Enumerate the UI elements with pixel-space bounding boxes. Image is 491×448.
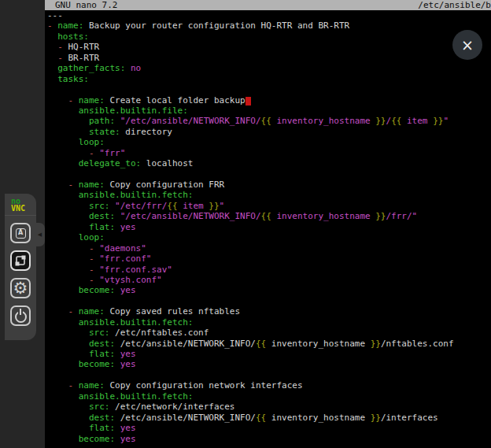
code-token: yes [120, 222, 136, 232]
code-token [115, 222, 120, 232]
code-line: --- [47, 10, 491, 20]
code-line [47, 296, 491, 306]
editor-content[interactable]: ---- name: Backup your router configurat… [45, 10, 491, 444]
keyboard-button[interactable]: A [10, 223, 31, 243]
code-token: Copy configuration network interfaces [105, 380, 303, 391]
code-token [47, 222, 89, 232]
code-token [47, 265, 89, 275]
code-token [115, 434, 120, 444]
code-token: dest: [89, 339, 115, 349]
code-token: "frr.conf" [99, 254, 151, 264]
code-token: BR-RTR [68, 53, 100, 63]
control-bar-handle[interactable]: ◀ [35, 223, 45, 246]
code-token [47, 402, 89, 412]
code-line: src: "/etc/frr/{{ item }}" [47, 201, 491, 211]
code-token [47, 275, 89, 285]
code-token [115, 423, 120, 433]
code-line: loop: [47, 232, 491, 243]
code-token: {{ [261, 116, 271, 126]
code-token: }} [375, 211, 386, 221]
code-token: "/etc/ansible/NETWORK_INFO/ [120, 116, 261, 126]
code-token: {{ [256, 339, 266, 349]
code-token: - [89, 265, 99, 275]
code-token: /etc/ansible/NETWORK_INFO/ [115, 413, 256, 423]
code-token [47, 63, 57, 73]
code-line: become: yes [47, 359, 491, 369]
code-line: - name: Backup your router configuration… [47, 20, 491, 31]
code-token: ansible.builtin.fetch: [79, 317, 194, 328]
code-line: src: /etc/network/interfaces [47, 402, 491, 412]
code-token: gather_facts: [57, 63, 125, 73]
code-token: - [47, 20, 57, 31]
code-token: "daemons" [99, 243, 146, 254]
code-token [115, 116, 120, 126]
settings-button[interactable]: ⚙ [10, 278, 31, 298]
novnc-logo: no VNC [5, 194, 36, 216]
code-token: - [68, 95, 79, 106]
code-token: - [57, 42, 68, 52]
vnc-control-bar: no VNC A ⚙ [5, 194, 36, 340]
code-token: inventory_hostname [266, 339, 370, 349]
code-token [47, 423, 89, 433]
code-token: "frr.conf.sav" [99, 265, 172, 275]
code-token: --- [47, 10, 63, 20]
code-token [47, 74, 57, 84]
code-token: Create local folder backup [105, 95, 246, 106]
code-token: " [443, 116, 449, 126]
code-token [47, 42, 57, 52]
code-token: - [68, 306, 79, 317]
code-token: localhost [141, 158, 193, 168]
code-token [47, 116, 89, 126]
code-token: name: [79, 306, 105, 317]
code-token: - [68, 180, 79, 190]
code-token: }} [371, 339, 381, 349]
nano-version-label: GNU nano 7.2 [45, 0, 117, 10]
terminal-window[interactable]: GNU nano 7.2 /etc/ansible/b ---- name: B… [45, 0, 491, 448]
code-token [47, 306, 68, 317]
code-token: /frr/" [386, 211, 418, 221]
code-token: /etc/network/interfaces [109, 402, 234, 412]
code-token: become: [79, 285, 115, 295]
code-line: flat: yes [47, 349, 491, 359]
code-token: inventory_hostname [266, 413, 370, 423]
code-line: gather_facts: no [47, 63, 491, 73]
code-token: yes [120, 349, 136, 359]
code-token: name: [79, 95, 105, 106]
code-token: inventory_hostname [271, 211, 375, 221]
code-token: dest: [89, 413, 115, 423]
code-token [47, 254, 89, 264]
code-line: flat: yes [47, 423, 491, 433]
code-token [47, 380, 68, 391]
power-button[interactable] [10, 305, 31, 326]
code-token: become: [79, 434, 115, 444]
code-token [47, 434, 79, 444]
code-token: flat: [89, 349, 115, 359]
code-line: ansible.builtin.fetch: [47, 391, 491, 402]
close-button[interactable]: × [452, 30, 482, 60]
code-token: flat: [89, 222, 115, 232]
code-token: name: [79, 180, 105, 190]
code-token: item [178, 201, 209, 211]
code-line: delegate_to: localhost [47, 158, 491, 168]
code-line [47, 84, 491, 94]
code-line: hosts: [47, 31, 491, 42]
gear-icon: ⚙ [13, 280, 28, 297]
code-token: delegate_to: [79, 158, 141, 168]
code-token: path: [89, 116, 115, 126]
fullscreen-button[interactable] [10, 250, 31, 271]
code-token: name: [57, 20, 83, 31]
code-token: Copy configuration FRR [105, 180, 224, 190]
code-line: ansible.builtin.fetch: [47, 190, 491, 200]
code-token [115, 349, 120, 359]
code-token [47, 339, 89, 349]
code-token: Backup your router configuration HQ-RTR … [83, 20, 349, 31]
code-token [47, 95, 68, 106]
code-line [47, 370, 491, 380]
code-token: tasks: [57, 74, 89, 84]
code-token [47, 232, 79, 243]
code-token [47, 243, 89, 254]
code-token: }} [209, 201, 219, 211]
code-token: yes [120, 359, 136, 369]
code-token: HQ-RTR [68, 42, 100, 52]
code-line: - name: Copy configuration network inter… [47, 380, 491, 391]
